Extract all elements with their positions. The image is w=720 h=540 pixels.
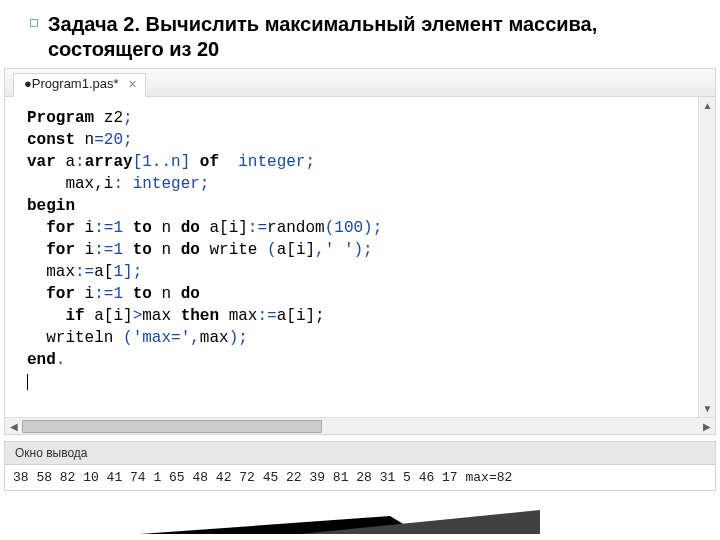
code-area[interactable]: Program z2; const n=20; var a:array[1..n… bbox=[5, 97, 698, 417]
close-icon[interactable]: ✕ bbox=[127, 78, 139, 90]
scroll-left-icon[interactable]: ◀ bbox=[6, 419, 21, 434]
scroll-down-icon[interactable]: ▼ bbox=[700, 401, 715, 416]
svg-marker-0 bbox=[140, 516, 420, 534]
slide-title: Задача 2. Вычислить максимальный элемент… bbox=[48, 12, 690, 62]
editor-window: ●Program1.pas* ✕ Program z2; const n=20;… bbox=[4, 68, 716, 435]
output-panel: 38 58 82 10 41 74 1 65 48 42 72 45 22 39… bbox=[4, 465, 716, 491]
tab-label: ●Program1.pas* bbox=[24, 76, 119, 91]
output-panel-title: Окно вывода bbox=[4, 441, 716, 465]
title-bullet bbox=[30, 19, 38, 27]
tab-bar: ●Program1.pas* ✕ bbox=[5, 69, 715, 97]
scroll-up-icon[interactable]: ▲ bbox=[700, 98, 715, 113]
svg-marker-1 bbox=[300, 510, 540, 534]
horizontal-scrollbar[interactable]: ◀ ▶ bbox=[5, 417, 715, 434]
scroll-right-icon[interactable]: ▶ bbox=[699, 419, 714, 434]
slide-decoration bbox=[140, 506, 540, 536]
tab-program1[interactable]: ●Program1.pas* ✕ bbox=[13, 73, 146, 97]
text-cursor bbox=[27, 374, 28, 390]
scroll-thumb[interactable] bbox=[22, 420, 322, 433]
vertical-scrollbar[interactable]: ▲ ▼ bbox=[698, 97, 715, 417]
